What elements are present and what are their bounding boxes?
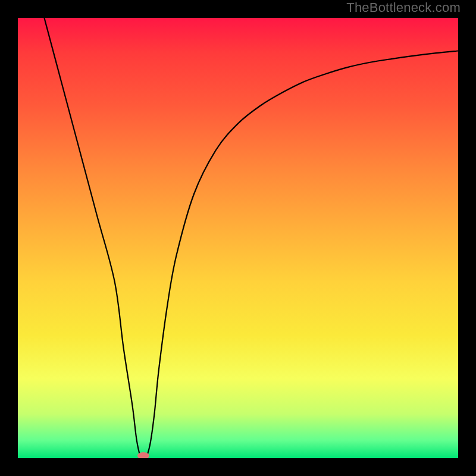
watermark-text: TheBottleneck.com [346,0,461,15]
chart-svg [18,18,458,458]
chart-frame: TheBottleneck.com [0,0,476,476]
plot-background [18,18,458,458]
curve-line [44,18,458,458]
